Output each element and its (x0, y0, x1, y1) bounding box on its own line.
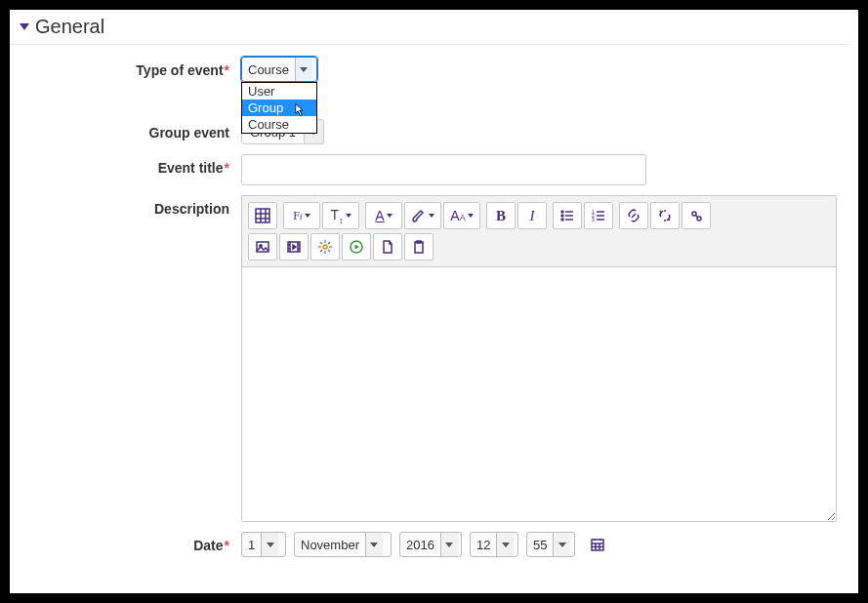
svg-point-18 (697, 217, 701, 221)
gear-color-icon (317, 239, 333, 255)
required-asterisk: * (225, 62, 229, 78)
calendar-icon (590, 537, 605, 552)
svg-line-36 (320, 250, 322, 252)
date-hour-dropdown-button[interactable] (496, 533, 514, 556)
dropdown-option-group[interactable]: Group (242, 100, 316, 116)
media-icon (286, 239, 302, 255)
image-icon (255, 239, 270, 255)
toolbar-paste-button[interactable] (404, 233, 434, 261)
chevron-down-icon (267, 543, 274, 547)
required-asterisk: * (225, 538, 229, 553)
svg-point-7 (561, 219, 563, 221)
svg-point-17 (692, 212, 696, 216)
required-asterisk: * (225, 160, 229, 176)
toolbar-ol-button[interactable]: 123 (584, 202, 613, 229)
rich-text-editor: Ff T↕ A AA B I (241, 195, 837, 522)
section-title: General (35, 16, 104, 38)
toolbar-italic-button[interactable]: I (517, 202, 547, 229)
toolbar-clear-format-button[interactable]: AA (443, 202, 480, 229)
date-month-dropdown-button[interactable] (365, 533, 383, 556)
event-title-input[interactable] (241, 154, 646, 185)
date-day-select[interactable]: 1 (241, 532, 286, 557)
event-title-label: Event title* (21, 154, 241, 176)
collapse-caret-icon (20, 23, 29, 30)
toolbar-link-button[interactable] (619, 202, 648, 229)
toolbar-unlink-button[interactable] (650, 202, 680, 229)
calendar-button[interactable] (589, 536, 606, 553)
section-header[interactable]: General (10, 10, 848, 45)
svg-point-28 (323, 245, 327, 249)
chevron-down-icon (370, 543, 378, 547)
chevron-down-icon (558, 543, 566, 547)
toolbar-bg-color-button[interactable] (404, 202, 441, 229)
toolbar-record-button[interactable] (342, 233, 371, 261)
grid-icon (255, 208, 270, 223)
date-minute-dropdown-button[interactable] (553, 533, 570, 556)
svg-line-33 (320, 242, 322, 244)
svg-text:3: 3 (592, 217, 595, 222)
type-of-event-dropdown-list: User Group Course (241, 82, 317, 134)
dropdown-option-course[interactable]: Course (242, 116, 316, 133)
toolbar-image-button[interactable] (248, 233, 277, 261)
play-circle-icon (349, 239, 364, 255)
svg-rect-39 (417, 241, 421, 243)
toolbar-font-color-button[interactable]: A (365, 202, 402, 229)
toolbar-media-button[interactable] (279, 233, 309, 261)
description-label: Description (21, 195, 241, 217)
svg-rect-40 (592, 540, 603, 550)
date-day-dropdown-button[interactable] (261, 533, 278, 556)
svg-line-34 (328, 250, 330, 252)
editor-textarea[interactable] (242, 267, 836, 521)
toolbar-font-size-button[interactable]: T↕ (322, 202, 359, 229)
file-icon (380, 239, 395, 255)
toolbar-bold-button[interactable]: B (486, 202, 516, 229)
date-month-select[interactable]: November (294, 532, 392, 557)
type-of-event-select[interactable]: Course (241, 57, 317, 82)
editor-toolbar: Ff T↕ A AA B I (242, 196, 836, 267)
date-label: Date* (21, 532, 241, 553)
svg-point-5 (561, 211, 563, 213)
type-of-event-label: Type of event* (21, 57, 241, 78)
date-hour-select[interactable]: 12 (470, 532, 518, 557)
clipboard-icon (411, 239, 427, 255)
date-year-select[interactable]: 2016 (399, 532, 462, 557)
toolbar-file-button[interactable] (373, 233, 402, 261)
svg-rect-0 (256, 209, 269, 222)
list-ol-icon: 123 (591, 208, 606, 223)
chevron-down-icon (300, 67, 308, 72)
chevron-down-icon (445, 543, 453, 547)
toolbar-anchor-button[interactable] (682, 202, 711, 229)
list-ul-icon (559, 208, 575, 223)
type-of-event-value: Course (248, 62, 295, 77)
svg-point-6 (561, 215, 563, 217)
link-icon (626, 208, 641, 223)
unlink-icon (657, 208, 673, 223)
type-of-event-dropdown-button[interactable] (295, 58, 312, 81)
date-year-dropdown-button[interactable] (440, 533, 458, 556)
svg-line-35 (328, 242, 330, 244)
anchor-icon (688, 208, 704, 223)
chevron-down-icon (502, 543, 510, 547)
dropdown-option-user[interactable]: User (242, 83, 316, 100)
toolbar-expand-button[interactable] (248, 202, 277, 229)
date-minute-select[interactable]: 55 (526, 532, 575, 557)
toolbar-settings-button[interactable] (310, 233, 340, 261)
svg-rect-19 (257, 242, 269, 252)
group-event-label: Group event (21, 119, 241, 141)
toolbar-font-family-button[interactable]: Ff (283, 202, 320, 229)
brush-icon (411, 208, 427, 223)
toolbar-ul-button[interactable] (553, 202, 582, 229)
